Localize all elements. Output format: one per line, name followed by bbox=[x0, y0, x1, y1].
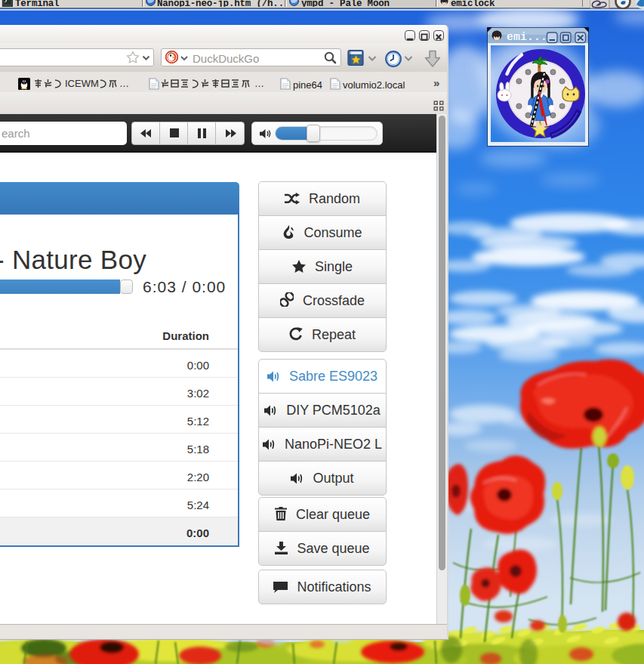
svg-text:ICEWM: ICEWM bbox=[65, 79, 99, 89]
svg-text:emi...: emi... bbox=[507, 31, 547, 44]
svg-text:…: … bbox=[254, 79, 264, 89]
svg-text:…: … bbox=[119, 79, 129, 89]
